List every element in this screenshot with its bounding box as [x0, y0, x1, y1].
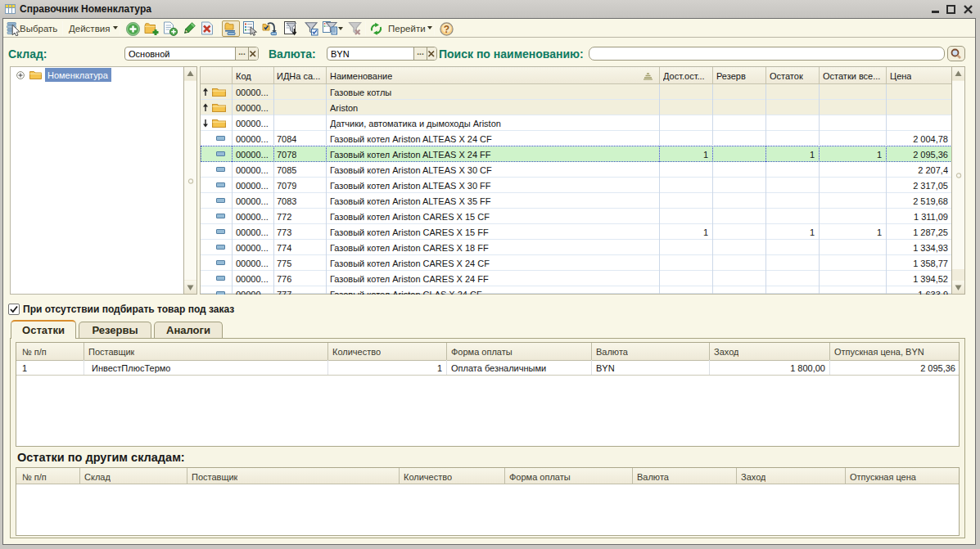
svg-text:?: ?: [444, 24, 449, 35]
